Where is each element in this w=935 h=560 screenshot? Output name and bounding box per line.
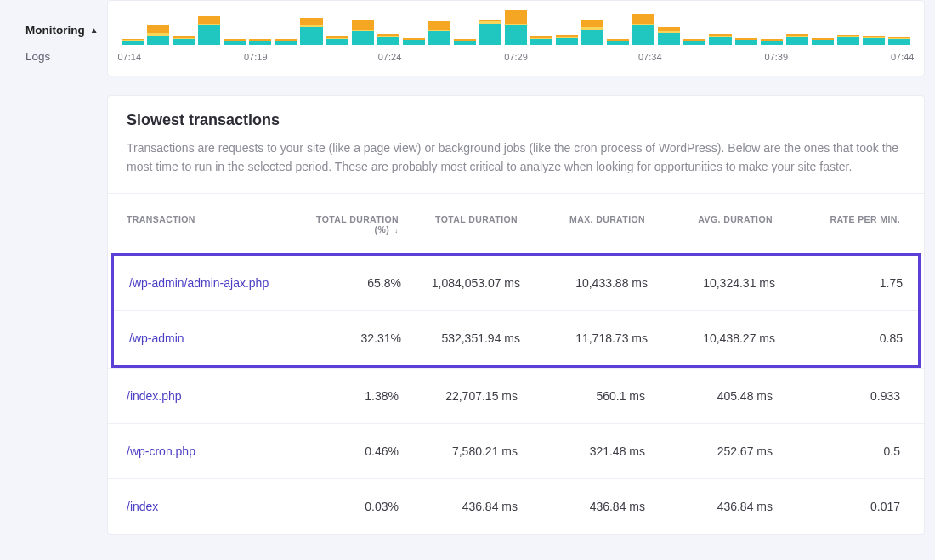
chart-bar[interactable]: [352, 6, 374, 45]
highlighted-rows: /wp-admin/admin-ajax.php65.8%1,084,053.0…: [111, 253, 921, 368]
sidebar-item-monitoring[interactable]: Monitoring ▲: [0, 17, 107, 43]
sidebar: Monitoring ▲ Logs: [0, 0, 107, 560]
table-header-row: TRANSACTION TOTAL DURATION (%)↓ TOTAL DU…: [108, 193, 924, 253]
sidebar-item-label: Monitoring: [26, 24, 85, 37]
transaction-link[interactable]: /wp-admin/admin-ajax.php: [129, 276, 316, 290]
chart-bar[interactable]: [683, 6, 706, 45]
cell-rate: 0.933: [773, 389, 900, 403]
cell-avg: 252.67 ms: [645, 444, 773, 458]
cell-total: 532,351.94 ms: [401, 331, 520, 345]
transaction-link[interactable]: /wp-cron.php: [127, 444, 314, 458]
main-content: 07:1407:1907:2407:2907:3407:3907:44 Slow…: [107, 0, 935, 560]
x-tick: 07:39: [764, 52, 788, 62]
chart-bar[interactable]: [505, 6, 527, 45]
chart-bar[interactable]: [479, 6, 502, 45]
chart-bar[interactable]: [607, 6, 629, 45]
chart-bar[interactable]: [454, 6, 476, 45]
chart-bar[interactable]: [224, 6, 246, 45]
cell-max: 10,433.88 ms: [520, 276, 648, 290]
cell-total: 1,084,053.07 ms: [401, 276, 520, 290]
x-tick: 07:14: [118, 52, 142, 62]
card-header: Slowest transactions Transactions are re…: [108, 96, 924, 193]
table-row[interactable]: /wp-admin/admin-ajax.php65.8%1,084,053.0…: [114, 256, 918, 310]
table-body: /wp-admin/admin-ajax.php65.8%1,084,053.0…: [108, 253, 924, 534]
col-transaction[interactable]: TRANSACTION: [127, 214, 314, 235]
chart-bar[interactable]: [428, 6, 450, 45]
chart-bar[interactable]: [786, 6, 808, 45]
col-max-duration[interactable]: MAX. DURATION: [518, 214, 645, 235]
col-rate[interactable]: RATE PER MIN.: [773, 214, 900, 235]
chart-bar[interactable]: [403, 6, 425, 45]
chart-bar[interactable]: [735, 6, 757, 45]
cell-rate: 0.5: [773, 444, 900, 458]
cell-rate: 1.75: [775, 276, 903, 290]
cell-max: 436.84 ms: [518, 500, 645, 513]
chart-bar[interactable]: [888, 6, 910, 45]
x-tick: 07:29: [504, 52, 528, 62]
chart-bar[interactable]: [300, 6, 322, 45]
chart-bar[interactable]: [581, 6, 604, 45]
chart-bar[interactable]: [147, 6, 169, 45]
chart-bar[interactable]: [249, 6, 271, 45]
cell-pct: 65.8%: [316, 276, 401, 290]
table-row[interactable]: /wp-admin32.31%532,351.94 ms11,718.73 ms…: [114, 310, 918, 365]
chart-bar[interactable]: [658, 6, 680, 45]
cell-rate: 0.85: [775, 331, 903, 345]
cell-avg: 436.84 ms: [645, 500, 773, 513]
chart-bar[interactable]: [709, 6, 731, 45]
x-tick: 07:44: [891, 52, 915, 62]
x-tick: 07:34: [638, 52, 662, 62]
table-row[interactable]: /index0.03%436.84 ms436.84 ms436.84 ms0.…: [108, 478, 924, 534]
transactions-card: Slowest transactions Transactions are re…: [107, 95, 925, 535]
chart-bar[interactable]: [530, 6, 552, 45]
col-total-duration[interactable]: TOTAL DURATION: [399, 214, 518, 235]
chart-bar[interactable]: [275, 6, 297, 45]
cell-max: 321.48 ms: [518, 444, 645, 458]
chart-bar[interactable]: [863, 6, 885, 45]
cell-avg: 405.48 ms: [645, 389, 773, 403]
cell-total: 22,707.15 ms: [399, 389, 518, 403]
chart-bar[interactable]: [198, 6, 220, 45]
cell-pct: 1.38%: [314, 389, 399, 403]
sidebar-item-logs[interactable]: Logs: [0, 43, 107, 70]
chart-bar[interactable]: [556, 6, 578, 45]
cell-pct: 32.31%: [316, 331, 401, 345]
chart-bar[interactable]: [326, 6, 348, 45]
transaction-link[interactable]: /wp-admin: [129, 331, 316, 345]
col-total-pct[interactable]: TOTAL DURATION (%)↓: [314, 214, 399, 235]
chart-card: 07:1407:1907:2407:2907:3407:3907:44: [107, 0, 925, 76]
chart-bar[interactable]: [122, 6, 144, 45]
sidebar-item-label: Logs: [26, 50, 50, 63]
chart-bar[interactable]: [837, 6, 859, 45]
cell-max: 560.1 ms: [518, 389, 645, 403]
chart-bar[interactable]: [812, 6, 834, 45]
chart-bar[interactable]: [377, 6, 400, 45]
transaction-link[interactable]: /index: [127, 500, 314, 513]
cell-rate: 0.017: [773, 500, 900, 513]
cell-pct: 0.46%: [314, 444, 399, 458]
transaction-link[interactable]: /index.php: [127, 389, 314, 403]
x-tick: 07:24: [378, 52, 402, 62]
cell-max: 11,718.73 ms: [520, 331, 648, 345]
cell-avg: 10,438.27 ms: [648, 331, 775, 345]
cell-avg: 10,324.31 ms: [648, 276, 775, 290]
table-row[interactable]: /wp-cron.php0.46%7,580.21 ms321.48 ms252…: [108, 423, 924, 478]
chart-x-axis: 07:1407:1907:2407:2907:3407:3907:44: [122, 52, 910, 64]
x-tick: 07:19: [244, 52, 268, 62]
table-row[interactable]: /index.php1.38%22,707.15 ms560.1 ms405.4…: [108, 368, 924, 423]
cell-pct: 0.03%: [314, 500, 399, 513]
stacked-bar-chart: [122, 1, 910, 45]
chart-bar[interactable]: [632, 6, 654, 45]
bell-icon: ▲: [90, 25, 99, 35]
cell-total: 436.84 ms: [399, 500, 518, 513]
col-avg-duration[interactable]: AVG. DURATION: [645, 214, 773, 235]
card-description: Transactions are requests to your site (…: [127, 139, 905, 176]
card-title: Slowest transactions: [127, 111, 905, 129]
chart-bar[interactable]: [173, 6, 195, 45]
cell-total: 7,580.21 ms: [399, 444, 518, 458]
chart-bar[interactable]: [761, 6, 783, 45]
